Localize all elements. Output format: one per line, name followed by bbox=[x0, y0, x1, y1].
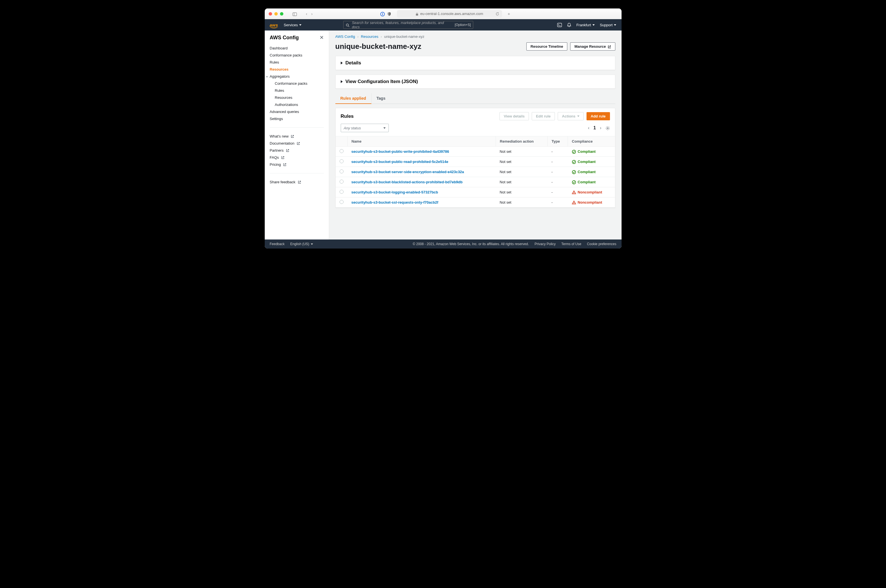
region-selector[interactable]: Frankfurt bbox=[577, 23, 595, 27]
remediation-cell: Not set bbox=[496, 167, 548, 177]
sidebar-item[interactable]: Resources bbox=[265, 66, 329, 73]
sidebar-item[interactable]: Rules bbox=[265, 59, 329, 66]
remediation-cell: Not set bbox=[496, 157, 548, 167]
type-cell: - bbox=[548, 157, 568, 167]
search-hint: [Option+S] bbox=[455, 23, 471, 27]
language-selector[interactable]: English (US) bbox=[290, 242, 313, 246]
manage-resource-button[interactable]: Manage Resource bbox=[570, 42, 615, 51]
sidebar-toggle-icon[interactable] bbox=[293, 11, 297, 16]
footer-cookies[interactable]: Cookie preferences bbox=[587, 242, 616, 246]
forward-icon[interactable]: › bbox=[311, 11, 313, 16]
sidebar-ext-link[interactable]: What's new bbox=[265, 133, 329, 140]
rule-name-link[interactable]: securityhub-s3-bucket-logging-enabled-57… bbox=[351, 190, 438, 194]
chevron-down-icon bbox=[614, 24, 616, 26]
svg-line-10 bbox=[298, 142, 299, 144]
global-search[interactable]: Search for services, features, marketpla… bbox=[343, 21, 473, 29]
type-cell: - bbox=[548, 147, 568, 157]
row-radio[interactable] bbox=[339, 159, 344, 163]
sidebar-item[interactable]: Conformance packs bbox=[265, 80, 329, 87]
compliance-badge: Compliant bbox=[572, 149, 596, 154]
cloudshell-icon[interactable] bbox=[557, 23, 562, 27]
json-panel[interactable]: View Configuration Item (JSON) bbox=[335, 75, 615, 88]
sidebar-item[interactable]: Authorizations bbox=[265, 101, 329, 108]
svg-rect-3 bbox=[382, 13, 383, 15]
breadcrumb-item[interactable]: AWS Config bbox=[335, 34, 355, 39]
footer-terms[interactable]: Terms of Use bbox=[562, 242, 581, 246]
rule-name-link[interactable]: securityhub-s3-bucket-public-read-prohib… bbox=[351, 160, 448, 164]
breadcrumb-item[interactable]: Resources bbox=[361, 34, 378, 39]
rule-name-link[interactable]: securityhub-s3-bucket-server-side-encryp… bbox=[351, 170, 464, 174]
type-cell: - bbox=[548, 177, 568, 187]
external-link-icon bbox=[281, 156, 284, 160]
row-radio[interactable] bbox=[339, 149, 344, 153]
chevron-right-icon: › bbox=[381, 34, 382, 39]
sidebar-ext-link[interactable]: Documentation bbox=[265, 140, 329, 147]
svg-rect-0 bbox=[293, 13, 297, 16]
rule-name-link[interactable]: securityhub-s3-bucket-public-write-prohi… bbox=[351, 149, 449, 154]
compliance-badge: Noncompliant bbox=[572, 190, 602, 195]
rule-name-link[interactable]: securityhub-s3-bucket-ssl-requests-only-… bbox=[351, 200, 438, 204]
view-details-button[interactable]: View details bbox=[500, 112, 529, 120]
details-panel[interactable]: Details bbox=[335, 56, 615, 70]
svg-line-11 bbox=[287, 149, 289, 151]
sidebar-item[interactable]: Rules bbox=[265, 87, 329, 94]
reload-icon[interactable] bbox=[496, 12, 499, 16]
sidebar-item[interactable]: Settings bbox=[265, 115, 329, 122]
tab-rules-applied[interactable]: Rules applied bbox=[335, 93, 371, 104]
footer-privacy[interactable]: Privacy Policy bbox=[535, 242, 556, 246]
tab-tags[interactable]: Tags bbox=[371, 93, 391, 104]
lock-icon bbox=[416, 12, 418, 16]
aws-topnav: aws Services Search for services, featur… bbox=[265, 19, 622, 30]
new-tab-icon[interactable]: + bbox=[508, 11, 510, 16]
col-name: Name bbox=[347, 136, 496, 147]
sidebar-item[interactable]: ▼Aggregators bbox=[265, 73, 329, 80]
edit-rule-button[interactable]: Edit rule bbox=[532, 112, 555, 120]
row-radio[interactable] bbox=[339, 190, 344, 194]
shield-icon[interactable] bbox=[387, 11, 391, 16]
sidebar-ext-link[interactable]: FAQs bbox=[265, 154, 329, 161]
sidebar-item[interactable]: Advanced queries bbox=[265, 108, 329, 115]
address-bar[interactable]: eu-central-1.console.aws.amazon.com bbox=[397, 10, 502, 18]
svg-rect-7 bbox=[557, 23, 562, 27]
chevron-right-icon: › bbox=[357, 34, 359, 39]
rule-name-link[interactable]: securityhub-s3-bucket-blacklisted-action… bbox=[351, 180, 463, 184]
rules-heading: Rules bbox=[341, 114, 354, 119]
sidebar-item[interactable]: Dashboard bbox=[265, 45, 329, 52]
close-sidebar-icon[interactable]: ✕ bbox=[320, 34, 324, 40]
row-radio[interactable] bbox=[339, 170, 344, 173]
row-radio[interactable] bbox=[339, 180, 344, 184]
type-cell: - bbox=[548, 167, 568, 177]
sidebar-item[interactable]: Conformance packs bbox=[265, 52, 329, 59]
chevron-down-icon bbox=[383, 128, 386, 129]
chevron-down-icon: ▼ bbox=[266, 75, 269, 78]
support-menu[interactable]: Support bbox=[600, 23, 616, 27]
prev-page-icon[interactable]: ‹ bbox=[588, 125, 589, 130]
back-icon[interactable]: ‹ bbox=[306, 11, 307, 16]
next-page-icon[interactable]: › bbox=[600, 125, 601, 130]
settings-gear-icon[interactable] bbox=[605, 125, 610, 130]
status-filter[interactable]: Any status bbox=[341, 124, 389, 132]
sidebar-item[interactable]: Resources bbox=[265, 94, 329, 101]
sidebar-ext-link[interactable]: Partners bbox=[265, 147, 329, 154]
check-circle-icon bbox=[572, 159, 576, 164]
close-window-icon[interactable] bbox=[269, 12, 272, 15]
footer-copyright: © 2008 - 2021, Amazon Web Services, Inc.… bbox=[413, 242, 529, 246]
add-rule-button[interactable]: Add rule bbox=[587, 112, 610, 120]
sidebar: AWS Config ✕ DashboardConformance packsR… bbox=[265, 30, 329, 240]
sidebar-ext-link[interactable]: Pricing bbox=[265, 161, 329, 168]
notifications-icon[interactable] bbox=[567, 22, 571, 27]
search-placeholder: Search for services, features, marketpla… bbox=[352, 21, 452, 29]
aws-logo[interactable]: aws bbox=[270, 22, 278, 27]
extension-1-icon[interactable] bbox=[380, 11, 385, 16]
col-type: Type bbox=[548, 136, 568, 147]
sidebar-share-feedback[interactable]: Share feedback bbox=[265, 178, 329, 186]
services-menu[interactable]: Services bbox=[284, 23, 302, 27]
chevron-down-icon bbox=[592, 24, 595, 26]
actions-button[interactable]: Actions bbox=[558, 112, 584, 120]
row-radio[interactable] bbox=[339, 200, 344, 204]
footer-feedback[interactable]: Feedback bbox=[270, 242, 285, 246]
breadcrumb: AWS Config›Resources›unique-bucket-name-… bbox=[335, 34, 615, 39]
maximize-window-icon[interactable] bbox=[280, 12, 283, 15]
resource-timeline-button[interactable]: Resource Timeline bbox=[526, 42, 567, 51]
minimize-window-icon[interactable] bbox=[274, 12, 278, 15]
